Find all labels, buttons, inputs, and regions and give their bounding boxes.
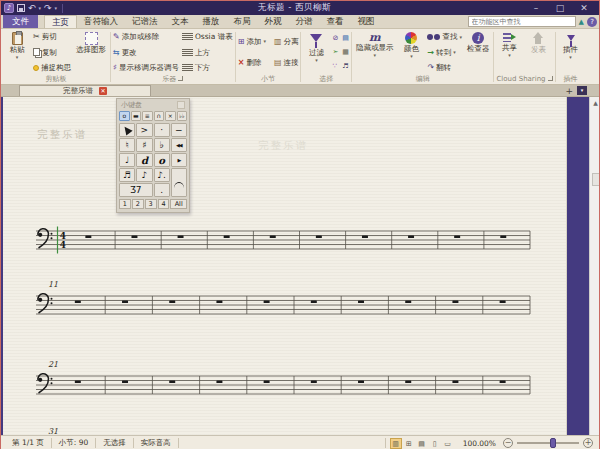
tab-4[interactable]: 文本 bbox=[165, 15, 196, 28]
keypad-key-staccato[interactable]: · bbox=[154, 123, 170, 137]
capture-idea-button[interactable]: 捕捉构思 bbox=[33, 63, 71, 72]
tab-6[interactable]: 布局 bbox=[227, 15, 258, 28]
hide-or-show-button[interactable]: m 隐藏或显示 ▾ bbox=[354, 31, 396, 73]
keypad-accidentals-layout[interactable]: ♭♭ bbox=[177, 111, 188, 121]
keypad-key-sixteenth-note[interactable]: ♬ bbox=[119, 168, 135, 182]
help-icon[interactable]: ? bbox=[587, 17, 597, 27]
keypad-more-notes-layout[interactable]: ▬ bbox=[131, 111, 142, 121]
tab-1[interactable]: 主页 bbox=[44, 15, 77, 28]
close-tab-icon[interactable]: ✕ bbox=[99, 87, 107, 95]
filter-button[interactable]: 过滤 ▾ bbox=[303, 31, 329, 73]
copy-button[interactable]: 复制 bbox=[33, 48, 71, 57]
keypad-key-flat[interactable]: ♭ bbox=[154, 138, 170, 152]
join-bar-button[interactable]: ▤连接 bbox=[274, 58, 299, 67]
keypad-panel[interactable]: 小键盘 o▬≡∩×♭♭ >·−♮♯♭◀◀♩do▶♬♪♪.Ʒ7. 1234All bbox=[116, 98, 190, 213]
single-page-view-icon[interactable]: ▤ bbox=[416, 438, 428, 449]
color-button[interactable]: 颜色 ▾ bbox=[398, 31, 424, 73]
keypad-key-rhythm-dot[interactable]: . bbox=[154, 183, 170, 197]
selection-mini-icon[interactable]: ∵ bbox=[332, 62, 338, 70]
paste-button[interactable]: 粘贴 ▾ bbox=[4, 31, 30, 73]
wide-view-icon[interactable]: ▭ bbox=[442, 438, 454, 449]
chevron-down-icon[interactable]: ▾ bbox=[39, 5, 42, 11]
staff-system-2[interactable] bbox=[34, 290, 534, 322]
zoom-slider-thumb[interactable] bbox=[550, 438, 556, 448]
document-tab[interactable]: 完整乐谱 ✕ bbox=[19, 85, 151, 96]
keypad-key-eighth-note[interactable]: ♪ bbox=[136, 168, 152, 182]
keypad-key-tenuto[interactable]: − bbox=[171, 123, 187, 137]
add-or-remove-button[interactable]: ✎添加或移除 bbox=[113, 32, 179, 41]
undo-button[interactable]: ↶ bbox=[28, 3, 36, 13]
staff-system-3[interactable] bbox=[34, 370, 534, 402]
change-button[interactable]: ⇆更改 bbox=[113, 48, 179, 57]
tab-7[interactable]: 外观 bbox=[258, 15, 289, 28]
keypad-voice-all[interactable]: All bbox=[170, 199, 187, 209]
keypad-title-bar[interactable]: 小键盘 bbox=[119, 99, 187, 111]
plugins-button[interactable]: 插件 ▾ bbox=[558, 31, 584, 73]
keypad-key-quarter-note[interactable]: ♩ bbox=[119, 153, 135, 167]
maximize-button[interactable]: □ bbox=[548, 2, 572, 15]
split-bar-button[interactable]: ▥分离 bbox=[274, 37, 299, 46]
tab-list-menu-icon[interactable]: ▾ bbox=[577, 86, 587, 95]
notes-icon[interactable]: ♬ bbox=[342, 62, 349, 70]
keypad-close-icon[interactable] bbox=[177, 101, 185, 109]
cut-button[interactable]: ✂剪切 bbox=[33, 32, 71, 41]
tab-5[interactable]: 播放 bbox=[196, 15, 227, 28]
ossia-staff-button[interactable]: Ossia 谱表 bbox=[182, 32, 233, 41]
selection-mini-icon[interactable]: ▦ bbox=[342, 48, 349, 56]
close-button[interactable]: ✕ bbox=[572, 2, 596, 15]
add-bar-button[interactable]: ⊞添加▾ bbox=[238, 37, 266, 46]
scrollbar-thumb[interactable] bbox=[592, 173, 599, 186]
go-to-button[interactable]: →转到▾ bbox=[427, 48, 462, 57]
paper[interactable]: 完整乐谱完整乐谱44112131 bbox=[3, 97, 567, 435]
filter-off-icon[interactable]: ⊘ bbox=[332, 34, 338, 42]
staff-above-button[interactable]: 上方 bbox=[182, 48, 233, 57]
keypad-key-next-page[interactable]: ▶ bbox=[171, 153, 187, 167]
keypad-jazz-articulations-layout[interactable]: × bbox=[165, 111, 176, 121]
keypad-common-notes-layout[interactable]: o bbox=[119, 111, 130, 121]
collapse-ribbon-icon[interactable]: ▲ bbox=[579, 18, 584, 26]
keypad-key-sharp[interactable]: ♯ bbox=[136, 138, 152, 152]
keypad-voice-1[interactable]: 1 bbox=[119, 199, 131, 209]
vertical-scrollbar[interactable]: ▲ bbox=[589, 97, 599, 435]
keypad-key-natural[interactable]: ♮ bbox=[119, 138, 135, 152]
tab-10[interactable]: 视图 bbox=[351, 15, 382, 28]
keypad-beams-tremolos-layout[interactable]: ≡ bbox=[142, 111, 153, 121]
keypad-articulations-layout[interactable]: ∩ bbox=[154, 111, 165, 121]
redo-button[interactable]: ↷ bbox=[44, 3, 52, 13]
keypad-key-half-note[interactable]: d bbox=[136, 153, 152, 167]
keypad-voice-4[interactable]: 4 bbox=[158, 199, 170, 209]
zoom-out-button[interactable]: − bbox=[503, 438, 513, 448]
tab-8[interactable]: 分谱 bbox=[289, 15, 320, 28]
inspector-button[interactable]: i 检查器 bbox=[465, 31, 492, 73]
tab-file[interactable]: 文件 bbox=[3, 15, 38, 28]
publish-button[interactable]: 发表 bbox=[525, 31, 551, 73]
tab-2[interactable]: 音符输入 bbox=[77, 15, 125, 28]
panorama-view-icon[interactable]: ▯ bbox=[429, 438, 441, 449]
staff-below-button[interactable]: 下方 bbox=[182, 63, 233, 72]
keypad-voice-2[interactable]: 2 bbox=[132, 199, 144, 209]
new-tab-button[interactable]: + bbox=[561, 86, 577, 96]
keypad-key-prev-page[interactable]: ◀◀ bbox=[171, 138, 187, 152]
minimize-button[interactable]: – bbox=[524, 2, 548, 15]
keypad-key-tie[interactable] bbox=[171, 168, 187, 197]
keypad-key-whole-note[interactable]: o bbox=[154, 153, 170, 167]
dialog-launcher-icon[interactable] bbox=[178, 76, 183, 81]
zoom-slider[interactable] bbox=[517, 442, 579, 444]
scroll-up-icon[interactable]: ▲ bbox=[590, 97, 599, 108]
spread-view-icon[interactable]: ▥ bbox=[390, 438, 402, 449]
save-icon[interactable] bbox=[17, 4, 25, 12]
keypad-key-dotted-note[interactable]: ♪. bbox=[154, 168, 170, 182]
find-button[interactable]: 查找▾ bbox=[427, 32, 462, 41]
tab-3[interactable]: 记谱法 bbox=[125, 15, 165, 28]
selection-mini-icon[interactable]: ▤ bbox=[342, 34, 349, 42]
chevron-down-icon[interactable]: ▾ bbox=[55, 5, 58, 11]
share-button[interactable]: 共享 ▾ bbox=[496, 31, 522, 73]
keypad-key-accent[interactable]: > bbox=[136, 123, 152, 137]
keypad-key-pointer[interactable] bbox=[119, 123, 135, 137]
flip-button[interactable]: ↷翻转 bbox=[427, 63, 462, 72]
keypad-voice-3[interactable]: 3 bbox=[145, 199, 157, 209]
dialog-launcher-icon[interactable] bbox=[548, 76, 553, 81]
ribbon-search-input[interactable] bbox=[468, 16, 576, 27]
multi-page-view-icon[interactable]: ⊞ bbox=[403, 438, 415, 449]
staff-system-1[interactable]: 44 bbox=[34, 225, 534, 257]
